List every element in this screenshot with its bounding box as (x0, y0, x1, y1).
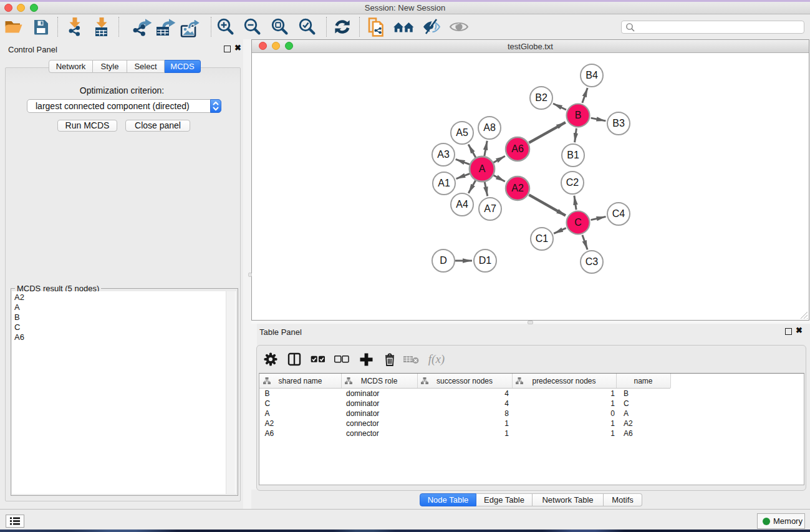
svg-text:B: B (575, 110, 582, 120)
svg-text:B4: B4 (586, 70, 598, 80)
svg-text:A: A (479, 163, 486, 174)
svg-text:B3: B3 (612, 118, 625, 128)
svg-text:C1: C1 (536, 233, 549, 244)
svg-text:A4: A4 (456, 199, 468, 210)
svg-text:A3: A3 (437, 149, 450, 160)
svg-text:C2: C2 (566, 177, 579, 188)
svg-text:B2: B2 (535, 92, 547, 103)
svg-text:C3: C3 (586, 256, 599, 267)
svg-text:A2: A2 (511, 183, 524, 193)
svg-text:A8: A8 (483, 122, 496, 133)
svg-text:C4: C4 (612, 208, 625, 219)
svg-text:D: D (440, 255, 447, 266)
svg-text:D1: D1 (479, 255, 492, 266)
svg-text:C: C (574, 217, 582, 228)
svg-text:A5: A5 (456, 127, 468, 138)
svg-text:A6: A6 (511, 143, 524, 154)
svg-text:B1: B1 (567, 150, 579, 160)
svg-text:A7: A7 (484, 203, 496, 214)
svg-text:A1: A1 (438, 178, 450, 188)
